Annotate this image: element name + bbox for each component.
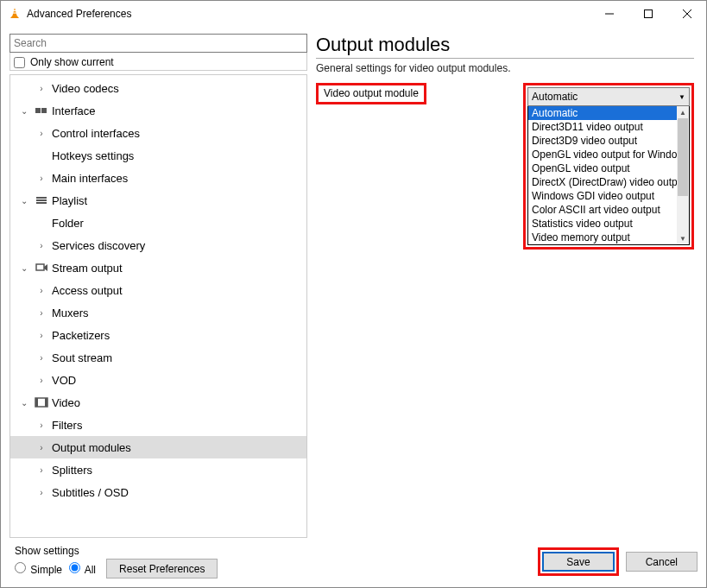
chevron-down-icon[interactable]: ⌄ bbox=[16, 196, 33, 205]
tree-item-label: VOD bbox=[50, 374, 76, 387]
tree-item-hotkeys-settings[interactable]: Hotkeys settings bbox=[10, 144, 306, 167]
tree-item-label: Playlist bbox=[50, 194, 87, 207]
chevron-right-icon[interactable]: › bbox=[33, 488, 50, 497]
tree-item-label: Hotkeys settings bbox=[50, 149, 134, 162]
tree-item-playlist[interactable]: ⌄Playlist bbox=[10, 189, 306, 212]
video-output-module-dropdown[interactable]: Automatic ▼ bbox=[527, 87, 690, 106]
tree-item-splitters[interactable]: ›Splitters bbox=[10, 458, 306, 481]
chevron-right-icon[interactable]: › bbox=[33, 376, 50, 385]
tree-item-main-interfaces[interactable]: ›Main interfaces bbox=[10, 167, 306, 189]
tree-item-label: Main interfaces bbox=[50, 172, 128, 185]
only-show-current-input[interactable] bbox=[14, 57, 25, 68]
chevron-right-icon[interactable]: › bbox=[33, 286, 50, 295]
tree-item-label: Sout stream bbox=[50, 351, 112, 364]
tree-item-label: Muxers bbox=[50, 307, 89, 319]
right-panel: Output modules General settings for vide… bbox=[316, 34, 698, 538]
footer: Show settings Simple All Reset Preferenc… bbox=[1, 538, 706, 587]
tree-item-label: Stream output bbox=[50, 262, 123, 275]
dropdown-option[interactable]: OpenGL video output for Windows bbox=[528, 148, 689, 161]
scrollbar-thumb[interactable] bbox=[678, 118, 688, 196]
tree-item-label: Filters bbox=[50, 419, 82, 432]
chevron-right-icon[interactable]: › bbox=[33, 308, 50, 318]
tree-item-label: Output modules bbox=[50, 441, 131, 454]
dropdown-scrollbar[interactable]: ▲ ▼ bbox=[677, 106, 689, 244]
svg-rect-11 bbox=[36, 264, 44, 270]
divider bbox=[316, 58, 694, 59]
chevron-down-icon[interactable]: ⌄ bbox=[16, 263, 33, 273]
tree-item-label: Video codecs bbox=[50, 82, 119, 95]
svg-rect-3 bbox=[644, 10, 652, 18]
video-output-module-dropdown-highlight: Automatic ▼ AutomaticDirect3D11 video ou… bbox=[523, 83, 694, 250]
show-settings-all-radio[interactable]: All bbox=[69, 562, 96, 576]
chevron-down-icon[interactable]: ⌄ bbox=[16, 398, 33, 408]
tree-item-packetizers[interactable]: ›Packetizers bbox=[10, 324, 306, 346]
titlebar: Advanced Preferences bbox=[1, 1, 706, 27]
tree-item-access-output[interactable]: ›Access output bbox=[10, 279, 306, 301]
dropdown-option[interactable]: Statistics video output bbox=[528, 217, 689, 231]
dropdown-option[interactable]: OpenGL video output bbox=[528, 161, 689, 175]
dropdown-option[interactable]: Video memory output bbox=[528, 231, 689, 244]
tree-item-video-codecs[interactable]: ›Video codecs bbox=[10, 77, 306, 99]
dropdown-option[interactable]: Direct3D11 video output bbox=[528, 120, 689, 134]
chevron-down-icon: ▼ bbox=[679, 93, 685, 101]
tree-item-label: Splitters bbox=[50, 464, 92, 477]
page-title: Output modules bbox=[316, 34, 694, 58]
svg-rect-13 bbox=[35, 398, 38, 407]
only-show-current-checkbox[interactable]: Only show current bbox=[9, 53, 307, 71]
tree-item-video[interactable]: ⌄Video bbox=[10, 391, 306, 414]
save-button[interactable]: Save bbox=[542, 552, 614, 572]
scrollbar-up-icon[interactable]: ▲ bbox=[677, 106, 689, 118]
svg-rect-14 bbox=[45, 398, 47, 407]
page-description: General settings for video output module… bbox=[316, 62, 694, 74]
tree-item-services-discovery[interactable]: ›Services discovery bbox=[10, 234, 306, 256]
interface-icon bbox=[33, 105, 50, 116]
tree-item-sout-stream[interactable]: ›Sout stream bbox=[10, 346, 306, 369]
tree-item-vod[interactable]: ›VOD bbox=[10, 369, 306, 391]
show-settings-simple-radio[interactable]: Simple bbox=[15, 562, 62, 576]
dropdown-option[interactable]: Windows GDI video output bbox=[528, 189, 689, 203]
tree-item-interface[interactable]: ⌄Interface bbox=[10, 99, 306, 122]
chevron-right-icon[interactable]: › bbox=[33, 174, 50, 183]
tree-item-stream-output[interactable]: ⌄Stream output bbox=[10, 256, 306, 279]
chevron-right-icon[interactable]: › bbox=[33, 241, 50, 250]
chevron-right-icon[interactable]: › bbox=[33, 353, 50, 363]
preferences-tree[interactable]: ›Video codecs⌄Interface›Control interfac… bbox=[9, 74, 307, 538]
dropdown-option[interactable]: DirectX (DirectDraw) video output bbox=[528, 175, 689, 189]
tree-item-subtitles-osd[interactable]: ›Subtitles / OSD bbox=[10, 481, 306, 503]
tree-item-control-interfaces[interactable]: ›Control interfaces bbox=[10, 122, 306, 144]
svg-rect-0 bbox=[13, 10, 16, 11]
chevron-right-icon[interactable]: › bbox=[33, 331, 50, 340]
chevron-right-icon[interactable]: › bbox=[33, 84, 50, 93]
search-input[interactable] bbox=[9, 34, 307, 53]
chevron-right-icon[interactable]: › bbox=[33, 465, 50, 475]
show-settings-group: Show settings Simple All Reset Preferenc… bbox=[15, 545, 218, 579]
content-area: Only show current ›Video codecs⌄Interfac… bbox=[1, 27, 706, 538]
chevron-right-icon[interactable]: › bbox=[33, 443, 50, 452]
cancel-button[interactable]: Cancel bbox=[626, 552, 698, 572]
dropdown-option[interactable]: Color ASCII art video output bbox=[528, 203, 689, 217]
close-button[interactable] bbox=[667, 1, 706, 27]
tree-item-filters[interactable]: ›Filters bbox=[10, 414, 306, 436]
maximize-button[interactable] bbox=[628, 1, 667, 27]
tree-item-output-modules[interactable]: ›Output modules bbox=[10, 436, 306, 458]
dropdown-listbox[interactable]: AutomaticDirect3D11 video outputDirect3D… bbox=[527, 106, 690, 245]
reset-preferences-button[interactable]: Reset Preferences bbox=[106, 559, 218, 579]
tree-item-label: Control interfaces bbox=[50, 127, 140, 140]
show-settings-label: Show settings bbox=[15, 545, 218, 557]
tree-item-label: Video bbox=[50, 396, 80, 409]
window-title: Advanced Preferences bbox=[27, 8, 590, 20]
tree-item-muxers[interactable]: ›Muxers bbox=[10, 301, 306, 324]
svg-rect-1 bbox=[13, 13, 16, 14]
dropdown-option[interactable]: Automatic bbox=[528, 106, 689, 120]
chevron-right-icon[interactable]: › bbox=[33, 129, 50, 138]
chevron-right-icon[interactable]: › bbox=[33, 420, 50, 430]
dropdown-option[interactable]: Direct3D9 video output bbox=[528, 134, 689, 148]
video-output-module-row: Video output module Automatic ▼ Automati… bbox=[316, 83, 694, 250]
tree-item-folder[interactable]: Folder bbox=[10, 212, 306, 234]
scrollbar-down-icon[interactable]: ▼ bbox=[677, 232, 689, 244]
tree-item-label: Packetizers bbox=[50, 329, 110, 342]
tree-item-label: Access output bbox=[50, 284, 123, 297]
minimize-button[interactable] bbox=[590, 1, 628, 27]
video-icon bbox=[33, 397, 50, 408]
chevron-down-icon[interactable]: ⌄ bbox=[16, 106, 33, 116]
